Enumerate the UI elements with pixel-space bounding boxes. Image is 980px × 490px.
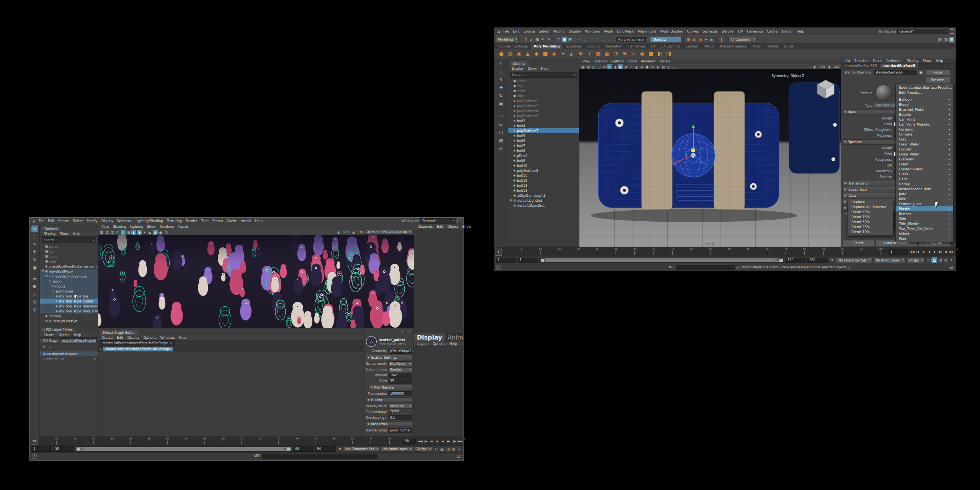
- bevel-icon[interactable]: ◬: [629, 50, 637, 58]
- menu-item[interactable]: Display: [100, 219, 115, 223]
- menu-item[interactable]: Help: [539, 67, 550, 70]
- poly-cylinder-icon[interactable]: ◉: [515, 50, 523, 58]
- cache-icon[interactable]: ◔: [943, 257, 949, 263]
- menu-item[interactable]: Help: [448, 342, 459, 346]
- viewport-canvas[interactable]: [98, 235, 414, 328]
- menu-item[interactable]: Channels: [416, 225, 434, 229]
- film-gate-icon[interactable]: ◫: [591, 64, 596, 69]
- outliner-item[interactable]: ◈bolt8: [508, 148, 579, 153]
- script-editor-icon[interactable]: ▤: [456, 453, 462, 459]
- redo-icon[interactable]: ↷: [546, 37, 552, 42]
- menuset-selector[interactable]: Modeling: [496, 37, 519, 42]
- poly-cone-icon[interactable]: ▲: [524, 50, 532, 58]
- menu-item[interactable]: Layers: [416, 342, 430, 346]
- menu-item[interactable]: Create: [56, 219, 71, 223]
- motion-blur-icon[interactable]: ◗: [655, 64, 660, 69]
- outliner-item[interactable]: ∷robots: [40, 284, 98, 289]
- range-slider[interactable]: 5094: [75, 446, 292, 452]
- menu-item[interactable]: Lighting: [609, 59, 626, 63]
- safe-title-icon[interactable]: ◐: [618, 64, 623, 69]
- outliner-item[interactable]: ◈bolt9: [508, 158, 579, 163]
- outliner-item[interactable]: ▣front: [40, 254, 98, 259]
- lock-workspace-icon[interactable]: [950, 29, 954, 34]
- preset-item[interactable]: Gold▸: [896, 176, 953, 181]
- outliner-item[interactable]: ⊟ ◆mayaUsdProxy: [40, 269, 98, 274]
- preset-item[interactable]: Incandescent_Bulb▸: [896, 186, 953, 191]
- preset-item[interactable]: Velvet▸: [896, 231, 953, 236]
- next-keyframe-button[interactable]: |▶: [944, 249, 949, 254]
- move-tool-icon[interactable]: ✚: [498, 84, 505, 91]
- xray-icon[interactable]: ●: [158, 230, 163, 235]
- menu-item[interactable]: Show: [626, 59, 639, 63]
- menu-item[interactable]: Arnold: [779, 29, 794, 33]
- menu-item[interactable]: Select: [537, 29, 551, 33]
- menu-item[interactable]: Edit: [511, 29, 521, 33]
- wireframe-icon[interactable]: ◑: [623, 64, 628, 69]
- tab[interactable]: Poly Modeling: [531, 44, 563, 49]
- shadows-icon[interactable]: ◑: [137, 230, 142, 235]
- menu-item[interactable]: Attributes: [884, 59, 904, 63]
- motion-blur-icon[interactable]: ▲: [147, 230, 152, 235]
- time-slider[interactable]: 1510152025303540455055606570758085909510…: [494, 247, 956, 256]
- isolate-view-icon[interactable]: ◎: [31, 306, 38, 313]
- outliner-item[interactable]: ◈bolt6: [508, 138, 579, 143]
- tab[interactable]: Rigging: [585, 44, 602, 49]
- menu-item[interactable]: Help: [72, 333, 83, 337]
- tab[interactable]: FX Caching: [659, 44, 683, 49]
- workspace-selector[interactable]: General*: [897, 29, 948, 34]
- menu-item[interactable]: Show: [526, 67, 539, 70]
- outliner-item[interactable]: ◈polySurface8: [508, 168, 579, 173]
- menu-item[interactable]: Show: [145, 225, 158, 229]
- save-scene-icon[interactable]: ▤: [534, 37, 540, 42]
- paint-select-tool-icon[interactable]: ✎: [498, 76, 505, 83]
- submenu-item[interactable]: Replace All Selected: [848, 205, 893, 210]
- menu-item[interactable]: Edit: [435, 225, 445, 229]
- ao-icon[interactable]: ✦: [142, 230, 147, 235]
- grid-icon[interactable]: ▤: [105, 230, 109, 235]
- sculpt-icon[interactable]: ◭: [568, 50, 576, 58]
- playback-loop-icon[interactable]: ↻: [926, 257, 931, 263]
- gamma-value[interactable]: 1.80: [833, 65, 840, 69]
- play-forwards-button[interactable]: ▶: [440, 439, 446, 444]
- prev-frame-button[interactable]: ◀|: [429, 439, 434, 444]
- tool-settings-toggle-icon[interactable]: ◨: [943, 37, 949, 42]
- evaluation-icon[interactable]: ✦: [456, 446, 462, 452]
- menu-item[interactable]: Options: [142, 336, 158, 340]
- menu-item[interactable]: Display: [42, 232, 57, 236]
- prev-keyframe-button[interactable]: |◀: [423, 439, 428, 444]
- open-scene-icon[interactable]: ▱: [529, 37, 534, 42]
- menu-item[interactable]: Windows: [583, 29, 602, 33]
- mel-command-input[interactable]: [262, 454, 377, 459]
- menu-item[interactable]: Texturing: [165, 219, 184, 223]
- gamma-icon[interactable]: ◑: [351, 230, 356, 235]
- outliner-item[interactable]: ▣top: [508, 83, 579, 88]
- submenu-item[interactable]: Blend 90%: [848, 210, 893, 215]
- menu-item[interactable]: Help: [71, 232, 82, 236]
- cache-icon[interactable]: ◔: [451, 446, 456, 452]
- edit-target-icon[interactable]: ✎: [41, 344, 47, 350]
- tab[interactable]: Animation: [603, 44, 625, 49]
- menu-item[interactable]: Option: [57, 333, 71, 337]
- close-tab-icon[interactable]: ✕: [170, 342, 172, 345]
- evaluation-icon[interactable]: ✦: [949, 257, 954, 263]
- current-frame-field[interactable]: 50: [403, 439, 416, 444]
- live-surface-field[interactable]: No Live Surface: [616, 37, 646, 42]
- sound-icon[interactable]: ◁): [445, 446, 451, 452]
- current-frame-field[interactable]: 1: [889, 249, 908, 255]
- render-settings-icon[interactable]: ◑: [697, 37, 703, 42]
- three-pane-layout-icon[interactable]: ▤: [31, 298, 38, 305]
- symmetry-field[interactable]: Object Z: [650, 37, 681, 42]
- gamma-value[interactable]: 1.80: [357, 230, 364, 234]
- lasso-tool-icon[interactable]: ◌: [498, 68, 505, 75]
- grid-icon[interactable]: ▤: [586, 64, 591, 69]
- new-scene-icon[interactable]: ▯: [523, 37, 529, 42]
- playback-loop-icon[interactable]: ↻: [433, 446, 439, 452]
- menu-item[interactable]: Shading: [592, 59, 609, 63]
- platonic-solid-icon[interactable]: ✦: [559, 50, 567, 58]
- menu-item[interactable]: Create: [521, 29, 537, 33]
- four-pane-layout-icon[interactable]: ⊞: [31, 283, 38, 290]
- isolate-select-icon[interactable]: ◳: [163, 230, 168, 235]
- menu-item[interactable]: Cache: [765, 29, 779, 33]
- attribute-editor-toggle-icon[interactable]: ◧: [937, 37, 943, 42]
- select-component-icon[interactable]: ◩: [567, 37, 573, 42]
